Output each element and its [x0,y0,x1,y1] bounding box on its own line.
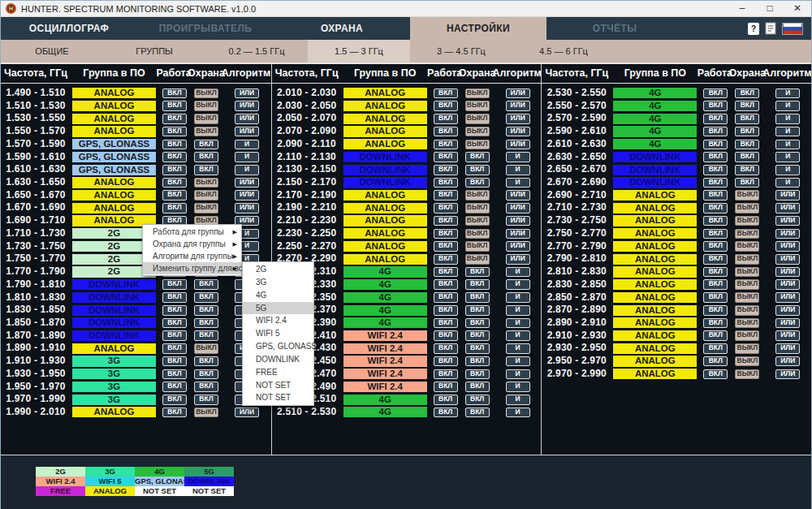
guard-toggle[interactable]: ВЫКЛ [194,343,218,354]
guard-toggle[interactable]: ВЫКЛ [735,241,759,252]
work-toggle[interactable]: ВКЛ [703,127,728,137]
group-cell[interactable]: ANALOG [613,190,697,201]
work-toggle[interactable]: ВКЛ [434,267,458,278]
algorithm-toggle[interactable]: И [235,165,259,175]
guard-toggle[interactable]: ВЫКЛ [735,356,759,367]
algorithm-toggle[interactable]: ИЛИ [235,88,259,99]
algorithm-toggle[interactable]: ИЛИ [775,318,800,329]
algorithm-toggle[interactable]: ИЛИ [775,267,800,278]
work-toggle[interactable]: ВКЛ [703,241,728,252]
algorithm-toggle[interactable]: И [506,408,530,418]
work-toggle[interactable]: ВКЛ [703,190,728,201]
guard-toggle[interactable]: ВЫКЛ [194,408,218,418]
work-toggle[interactable]: ВКЛ [434,216,458,226]
guard-toggle[interactable]: ВКЛ [465,165,490,175]
group-cell[interactable]: ANALOG [343,139,427,149]
guard-toggle[interactable]: ВКЛ [194,292,218,303]
algorithm-toggle[interactable]: И [506,318,530,329]
group-cell[interactable]: 3G [72,382,156,392]
group-cell[interactable]: ANALOG [72,203,156,214]
group-cell[interactable]: 4G [613,101,697,111]
group-cell[interactable]: DOWNLINK [613,177,697,188]
guard-toggle[interactable]: ВЫКЛ [194,178,218,188]
group-cell[interactable]: ANALOG [72,114,156,124]
guard-toggle[interactable]: ВКЛ [735,114,759,124]
group-cell[interactable]: ANALOG [613,343,697,354]
guard-toggle[interactable]: ВЫКЛ [194,190,218,201]
guard-toggle[interactable]: ВКЛ [735,88,759,99]
algorithm-toggle[interactable]: ИЛИ [235,178,259,188]
group-cell[interactable]: 4G [343,279,427,290]
guard-toggle[interactable]: ВКЛ [194,318,218,329]
work-toggle[interactable]: ВКЛ [434,229,458,239]
guard-toggle[interactable]: ВКЛ [194,152,218,162]
work-toggle[interactable]: ВКЛ [434,395,458,405]
guard-toggle[interactable]: ВЫКЛ [465,127,490,137]
guard-toggle[interactable]: ВКЛ [735,152,759,162]
algorithm-toggle[interactable]: ИЛИ [775,292,800,303]
algorithm-toggle[interactable]: ИЛИ [506,229,530,239]
group-cell[interactable]: ANALOG [343,190,427,201]
group-cell[interactable]: ANALOG [613,292,697,303]
work-toggle[interactable]: ВКЛ [703,330,728,341]
context-submenu-item-4[interactable]: 5G [243,302,313,315]
algorithm-toggle[interactable]: И [775,127,800,137]
context-submenu-item-10[interactable]: NOT SET [243,379,313,392]
group-cell[interactable]: ANALOG [613,369,697,379]
group-cell[interactable]: ANALOG [613,305,697,316]
guard-toggle[interactable]: ВКЛ [735,101,759,111]
algorithm-toggle[interactable]: И [775,165,800,175]
algorithm-toggle[interactable]: ИЛИ [506,203,530,214]
work-toggle[interactable]: ВКЛ [434,114,458,124]
work-toggle[interactable]: ВКЛ [703,140,728,150]
algorithm-toggle[interactable]: ИЛИ [235,190,259,201]
group-cell[interactable]: ANALOG [613,266,697,277]
context-submenu-item-9[interactable]: FREE [243,366,313,379]
guard-toggle[interactable]: ВКЛ [465,330,490,341]
group-cell[interactable]: ANALOG [343,114,427,124]
guard-toggle[interactable]: ВКЛ [465,267,490,278]
context-submenu-item-2[interactable]: 3G [243,276,313,289]
algorithm-toggle[interactable]: И [506,267,530,278]
group-cell[interactable]: 4G [613,114,697,124]
algorithm-toggle[interactable]: ИЛИ [775,254,800,265]
group-cell[interactable]: ANALOG [613,356,697,366]
algorithm-toggle[interactable]: ИЛИ [775,356,800,367]
group-cell[interactable]: DOWNLINK [343,177,427,188]
guard-toggle[interactable]: ВЫКЛ [735,318,759,329]
algorithm-toggle[interactable]: И [506,165,530,175]
algorithm-toggle[interactable]: И [506,343,530,354]
context-menu-item-1[interactable]: Работа для группы▶ [143,226,241,238]
guard-toggle[interactable]: ВЫКЛ [735,229,759,239]
guard-toggle[interactable]: ВЫКЛ [465,88,490,99]
work-toggle[interactable]: ВКЛ [703,178,728,188]
guard-toggle[interactable]: ВКЛ [465,382,490,392]
algorithm-toggle[interactable]: ИЛИ [775,279,800,290]
work-toggle[interactable]: ВКЛ [703,356,728,367]
guard-toggle[interactable]: ВЫКЛ [735,190,759,201]
work-toggle[interactable]: ВКЛ [434,127,458,137]
work-toggle[interactable]: ВКЛ [162,279,187,290]
group-cell[interactable]: GPS, GLONASS [72,139,156,149]
work-toggle[interactable]: ВКЛ [703,101,728,111]
algorithm-toggle[interactable]: ИЛИ [775,369,800,380]
group-cell[interactable]: ANALOG [343,241,427,252]
algorithm-toggle[interactable]: ИЛИ [506,254,530,265]
work-toggle[interactable]: ВКЛ [434,369,458,380]
work-toggle[interactable]: ВКЛ [434,305,458,316]
context-submenu-item-1[interactable]: 2G [243,263,313,276]
guard-toggle[interactable]: ВКЛ [194,140,218,150]
work-toggle[interactable]: ВКЛ [434,330,458,341]
maximize-button[interactable]: □ [756,1,784,16]
algorithm-toggle[interactable]: И [775,178,800,188]
work-toggle[interactable]: ВКЛ [434,190,458,201]
work-toggle[interactable]: ВКЛ [703,292,728,303]
work-toggle[interactable]: ВКЛ [434,292,458,303]
algorithm-toggle[interactable]: ИЛИ [235,203,259,214]
algorithm-toggle[interactable]: ИЛИ [506,216,530,226]
guard-toggle[interactable]: ВКЛ [194,369,218,380]
group-cell[interactable]: ANALOG [72,88,156,98]
group-cell[interactable]: 4G [613,126,697,136]
algorithm-toggle[interactable]: И [506,356,530,367]
context-submenu-item-8[interactable]: DOWNLINK [243,353,313,366]
